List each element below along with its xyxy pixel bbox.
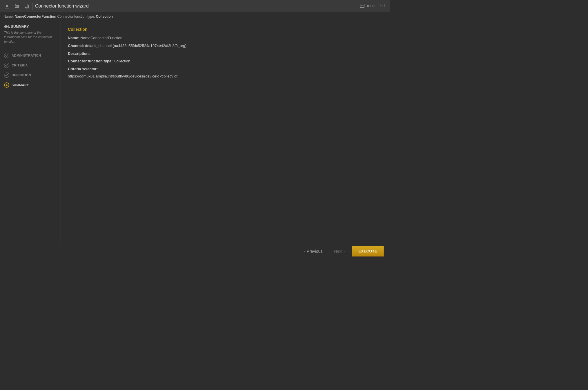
copy-icon[interactable] [23, 3, 30, 10]
execute-label: EXECUTE [358, 249, 377, 253]
criteria-icon [4, 63, 9, 68]
name-label: Name: [3, 15, 14, 19]
svg-rect-9 [360, 4, 364, 8]
info-row-description: Description: [68, 51, 383, 57]
execute-button[interactable]: EXECUTE [352, 246, 384, 257]
info-row-criteria: Criteria selector: [68, 66, 383, 72]
svg-text:4: 4 [382, 5, 383, 7]
type-value: Collection [96, 15, 113, 19]
sidebar-item-administration[interactable]: ADMINISTRATION [0, 50, 61, 60]
name-value: NameConnectorFunction [15, 15, 56, 19]
next-button[interactable]: Next › [329, 247, 349, 256]
header-divider [32, 3, 33, 10]
content-area: Collection Name: NameConnectorFunction C… [61, 21, 390, 243]
sidebar-item-definition[interactable]: DEFINITION [0, 70, 61, 80]
administration-label: ADMINISTRATION [12, 54, 41, 57]
section-title: Collection [68, 27, 383, 32]
previous-label: Previous [307, 249, 322, 254]
page-title: Connector function wizard [35, 3, 360, 9]
summary-icon: 4 [4, 82, 9, 88]
step-description: This is the summary of the information f… [4, 30, 57, 44]
svg-rect-5 [16, 7, 18, 8]
notification-icon[interactable]: 4 [378, 2, 386, 10]
channel-field-value: default_channel (aa4438e55fdc52524a1974e… [85, 44, 186, 48]
next-label: Next [334, 249, 342, 254]
info-row-channel: Channel: default_channel (aa4438e55fdc52… [68, 43, 383, 49]
description-field-label: Description: [68, 51, 90, 56]
header-icons [3, 3, 30, 10]
criteria-url: https://odmux01.amplia.int/south/v80/dev… [68, 74, 383, 78]
step-label: 4/4: SUMMARY [4, 25, 57, 29]
definition-icon [4, 73, 9, 78]
administration-icon [4, 53, 9, 58]
footer: ‹ Previous Next › EXECUTE [0, 243, 390, 259]
criteria-label: CRITERIA [12, 64, 28, 67]
summary-label: SUMMARY [12, 83, 29, 87]
definition-label: DEFINITION [12, 73, 31, 77]
next-chevron-icon: › [344, 249, 345, 253]
channel-field-label: Channel: [68, 44, 85, 48]
sidebar-item-summary[interactable]: 4 SUMMARY [0, 80, 61, 90]
function-type-field-label: Connector function type: [68, 59, 114, 63]
breadcrumb: Name: NameConnectorFunction Connector fu… [0, 12, 390, 21]
sidebar-item-criteria[interactable]: CRITERIA [0, 60, 61, 70]
prev-chevron-icon: ‹ [304, 249, 306, 253]
previous-button[interactable]: ‹ Previous [300, 247, 327, 256]
info-row-function-type: Connector function type: Collection [68, 58, 383, 64]
info-row-name: Name: NameConnectorFunction [68, 35, 383, 41]
name-field-label: Name: [68, 36, 80, 40]
name-field-value: NameConnectorFunction [80, 36, 122, 40]
sidebar: 4/4: SUMMARY This is the summary of the … [0, 21, 61, 243]
type-label: Connector function type: [57, 15, 96, 19]
step-info: 4/4: SUMMARY This is the summary of the … [0, 25, 61, 48]
close-icon[interactable] [3, 3, 10, 10]
criteria-field-label: Criteria selector: [68, 67, 98, 71]
print-icon[interactable] [13, 3, 20, 10]
svg-rect-8 [25, 4, 28, 7]
header: Connector function wizard HELP 4 [0, 0, 390, 12]
help-button[interactable]: HELP [360, 4, 375, 8]
function-type-field-value: Collection [114, 59, 130, 63]
header-right: HELP 4 [360, 2, 386, 10]
main-layout: 4/4: SUMMARY This is the summary of the … [0, 21, 390, 243]
svg-point-6 [18, 6, 18, 6]
help-label: HELP [366, 4, 375, 8]
